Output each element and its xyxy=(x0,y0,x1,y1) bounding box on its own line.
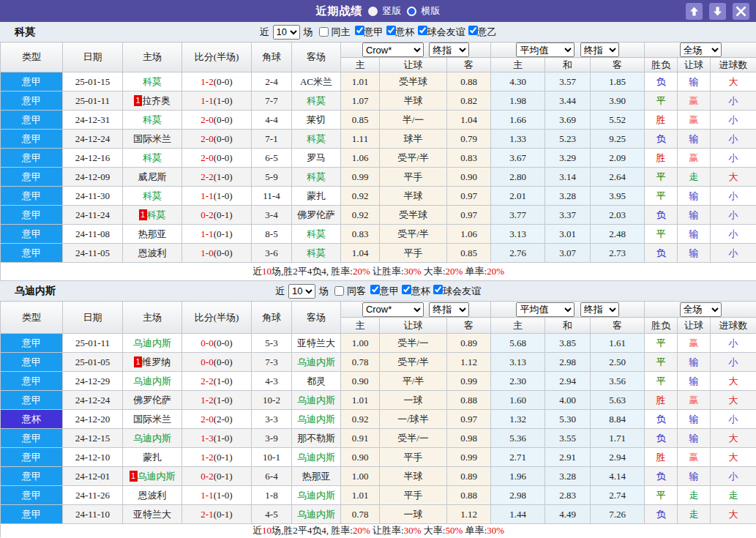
away-team-cell: 科莫 xyxy=(292,244,341,263)
odds-time-select[interactable]: 终指 xyxy=(429,302,469,317)
team-section: 科莫 近 10 场 同主 意甲意杯球会友谊意乙 类型 日期 xyxy=(0,22,756,281)
rank-badge: 1 xyxy=(139,209,147,220)
subcol-header: 让球 xyxy=(380,58,447,72)
match-row: 意甲 24-11-10 亚特兰大 2-1(0-1) 4-5 乌迪内斯 0.78 … xyxy=(1,505,756,524)
league-checkbox[interactable] xyxy=(418,26,427,35)
match-row: 意甲 24-11-05 恩波利 1-0(0-0) 3-6 科莫 1.04 平手 … xyxy=(1,244,756,263)
vertical-layout-radio[interactable] xyxy=(368,7,378,16)
results-table: 类型 日期 主场 比分(半场) 角球 客场 Crow* 终指 平均值 终指 xyxy=(0,301,756,537)
average-time-select[interactable]: 终指 xyxy=(580,42,619,57)
avg-away-cell: 7.26 xyxy=(591,505,645,524)
recent-results-panel: 近期战绩 竖版 横版 科莫 近 10 场 同 xyxy=(0,0,756,538)
league-checkbox[interactable] xyxy=(433,285,443,294)
match-row: 意甲 24-11-26 恩波利 1-1(1-0) 1-8 乌迪内斯 1.01 平… xyxy=(1,486,756,505)
league-checkbox[interactable] xyxy=(370,285,380,294)
date-cell: 25-01-15 xyxy=(63,72,123,91)
league-checkbox[interactable] xyxy=(468,26,478,35)
avg-away-cell: 3.90 xyxy=(591,91,645,111)
odds-time-select[interactable]: 终指 xyxy=(429,42,469,57)
league-checkbox[interactable] xyxy=(355,26,364,35)
league-checkbox-label: 球会友谊 xyxy=(443,285,481,296)
date-cell: 24-11-05 xyxy=(63,244,123,263)
home-team-cell: 恩波利 xyxy=(123,244,182,263)
league-type-cell: 意甲 xyxy=(1,91,63,111)
result-cell: 平 xyxy=(645,372,678,391)
goals-cell: 大 xyxy=(711,372,756,391)
avg-home-cell: 2.71 xyxy=(491,448,545,467)
average-time-select[interactable]: 终指 xyxy=(580,302,619,317)
subcol-header: 进球数 xyxy=(711,58,756,72)
odds-source-select[interactable]: Crow* xyxy=(362,42,424,57)
average-select[interactable]: 平均值 xyxy=(516,302,575,317)
corner-cell: 3-4 xyxy=(252,206,292,225)
handicap-result-cell: 输 xyxy=(678,187,711,206)
same-venue-checkbox[interactable] xyxy=(319,27,329,37)
score-cell: 1-2(1-0) xyxy=(182,391,252,410)
handicap-result-cell: 输 xyxy=(678,353,711,372)
league-type-cell: 意甲 xyxy=(1,505,63,524)
score-cell: 2-0(0-0) xyxy=(182,130,252,149)
horizontal-layout-radio[interactable] xyxy=(407,7,416,16)
scope-select[interactable]: 全场 xyxy=(680,302,722,317)
avg-home-cell: 2.01 xyxy=(491,187,545,206)
handicap-odds-cell: 平手 xyxy=(380,486,447,505)
recent-count-select[interactable]: 10 xyxy=(288,284,315,299)
col-header: 比分(半场) xyxy=(182,42,252,72)
avg-away-cell: 1.61 xyxy=(591,334,645,353)
goals-cell: 大 xyxy=(711,505,756,524)
avg-away-cell: 2.73 xyxy=(591,244,645,263)
home-team-cell: 乌迪内斯 xyxy=(123,372,182,391)
league-type-cell: 意杯 xyxy=(1,410,63,429)
league-checkbox[interactable] xyxy=(386,26,396,35)
away-odds-cell: 0.89 xyxy=(447,334,491,353)
away-odds-cell: 0.98 xyxy=(447,429,491,448)
home-team-cell: 佛罗伦萨 xyxy=(123,391,182,410)
goals-cell: 小 xyxy=(711,91,756,111)
league-checkbox-label: 意甲 xyxy=(364,26,383,37)
handicap-result-cell: 走 xyxy=(678,486,711,505)
close-button[interactable] xyxy=(733,3,749,20)
team-header-row: 科莫 近 10 场 同主 意甲意杯球会友谊意乙 xyxy=(0,22,756,42)
away-odds-cell: 1.12 xyxy=(447,505,491,524)
team-section: 乌迪内斯 近 10 场 同客 意甲意杯球会友谊 类型 日期 xyxy=(0,281,756,537)
league-checkbox-label: 意杯 xyxy=(396,26,415,37)
result-cell: 胜 xyxy=(645,111,678,130)
avg-away-cell: 3.56 xyxy=(591,372,645,391)
col-header: 角球 xyxy=(252,42,292,72)
league-type-cell: 意甲 xyxy=(1,72,63,91)
league-type-cell: 意甲 xyxy=(1,187,63,206)
scope-select[interactable]: 全场 xyxy=(680,42,722,57)
avg-draw-cell: 4.00 xyxy=(545,391,591,410)
away-team-cell: 莱切 xyxy=(292,111,341,130)
handicap-result-cell: 输 xyxy=(678,225,711,244)
avg-draw-cell: 4.49 xyxy=(545,505,591,524)
home-odds-cell: 0.92 xyxy=(341,206,380,225)
handicap-odds-cell: 平手 xyxy=(380,244,447,263)
same-venue-checkbox[interactable] xyxy=(334,286,344,296)
average-select[interactable]: 平均值 xyxy=(516,42,575,57)
corner-cell: 3-6 xyxy=(252,244,292,263)
score-cell: 1-1(1-0) xyxy=(182,486,252,505)
league-type-cell: 意甲 xyxy=(1,168,63,187)
match-row: 意甲 24-12-01 1乌迪内斯 0-2(0-1) 6-4 热那亚 1.00 … xyxy=(1,467,756,486)
avg-draw-cell: 3.44 xyxy=(545,91,591,111)
away-odds-cell: 0.89 xyxy=(447,467,491,486)
home-team-cell: 乌迪内斯 xyxy=(123,429,182,448)
result-cell: 平 xyxy=(645,187,678,206)
filter-bar: 近 10 场 同客 意甲意杯球会友谊 xyxy=(275,284,481,299)
games-label: 场 xyxy=(304,26,313,39)
result-cell: 负 xyxy=(645,467,678,486)
avg-away-cell: 2.50 xyxy=(591,353,645,372)
move-up-button[interactable] xyxy=(686,3,703,20)
score-cell: 1-1(1-0) xyxy=(182,91,252,111)
avg-home-cell: 1.96 xyxy=(491,467,545,486)
recent-count-select[interactable]: 10 xyxy=(273,25,300,40)
home-team-cell: 科莫 xyxy=(123,72,182,91)
avg-draw-cell: 3.29 xyxy=(545,149,591,168)
move-down-button[interactable] xyxy=(709,3,726,20)
result-cell: 负 xyxy=(645,505,678,524)
avg-away-cell: 1.85 xyxy=(591,72,645,91)
league-checkbox[interactable] xyxy=(402,285,411,294)
odds-source-select[interactable]: Crow* xyxy=(362,302,424,317)
date-cell: 24-12-15 xyxy=(63,429,123,448)
